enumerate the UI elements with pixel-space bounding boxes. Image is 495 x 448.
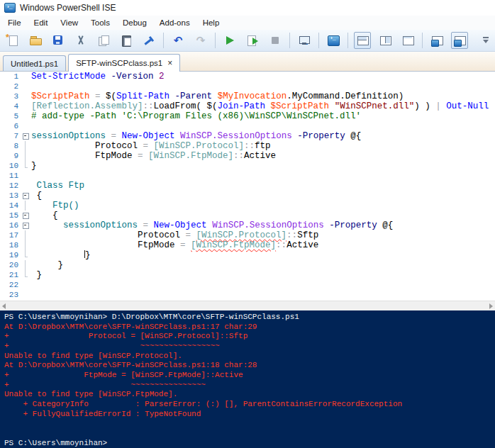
- line-number: 6: [0, 121, 21, 131]
- code-text: Class Ftp: [30, 181, 84, 191]
- new-script-icon: [6, 34, 19, 47]
- code-text: }: [30, 270, 42, 280]
- new-script-button[interactable]: [4, 32, 21, 49]
- code-text: [30, 280, 31, 290]
- fold-collapse-icon[interactable]: [21, 211, 30, 220]
- code-line-17: 17 Protocol = [WinSCP.Protocol]::Sftp: [0, 230, 495, 240]
- stop-operation-button: [267, 32, 284, 49]
- console-line-2: At D:\Dropbox\MTM\core\SFTP-winSCPclass.…: [4, 323, 495, 332]
- open-script-button[interactable]: [27, 32, 44, 49]
- code-line-23: 23: [0, 290, 495, 300]
- fold-gutter: [21, 72, 30, 82]
- code-text: Protocol = [WinSCP.Protocol]::ftp: [30, 141, 271, 151]
- line-number: 22: [0, 280, 21, 290]
- fold-gutter: [21, 91, 30, 101]
- console-pane[interactable]: PS C:\Users\mmoynihan> D:\Dropbox\MTM\co…: [0, 310, 495, 448]
- clear-console-pane-button[interactable]: [140, 32, 157, 49]
- line-number: 15: [0, 211, 21, 220]
- code-line-14: 14 Ftp(): [0, 201, 495, 211]
- cut-button[interactable]: [72, 32, 89, 49]
- line-number: 4: [0, 101, 21, 111]
- fold-gutter: [21, 161, 30, 171]
- fold-gutter: [21, 260, 30, 270]
- line-number: 7: [0, 131, 21, 141]
- menu-view[interactable]: View: [54, 17, 84, 28]
- menu-help[interactable]: Help: [196, 17, 226, 28]
- show-script-pane-maximized-icon: [401, 34, 414, 47]
- fold-gutter: [21, 230, 30, 240]
- scroll-left-arrow-icon[interactable]: [2, 303, 6, 309]
- menu-tools[interactable]: Tools: [84, 17, 116, 28]
- line-number: 9: [0, 151, 21, 161]
- tab-sftp-winscpclass-ps1[interactable]: SFTP-winSCPclass.ps1×: [68, 54, 180, 72]
- new-remote-powershell-tab-icon: [298, 34, 311, 47]
- close-tab-icon[interactable]: ×: [167, 60, 172, 67]
- fold-collapse-icon[interactable]: [21, 131, 30, 141]
- code-line-6: 6: [0, 121, 495, 131]
- code-text: Protocol = [WinSCP.Protocol]::Sftp: [30, 230, 318, 240]
- run-selection-button[interactable]: [244, 32, 261, 49]
- run-script-button[interactable]: [221, 32, 238, 49]
- new-powershell-tab-button[interactable]: [428, 32, 445, 49]
- undo-icon: ↶: [172, 34, 184, 47]
- fold-gutter: [21, 101, 30, 111]
- menu-edit[interactable]: Edit: [28, 17, 55, 28]
- code-text: Set-StrictMode -Version 2: [30, 72, 165, 82]
- line-number: 11: [0, 171, 21, 181]
- menu-file[interactable]: File: [1, 17, 28, 28]
- tab-label: Untitled1.ps1: [11, 60, 58, 68]
- code-text: $ScriptPath = $(Split-Path -Parent $MyIn…: [30, 91, 404, 101]
- show-script-pane-top-button[interactable]: [354, 32, 371, 49]
- line-number: 13: [0, 191, 21, 201]
- title-bar: Windows PowerShell ISE: [0, 0, 495, 16]
- code-line-4: 4[Reflection.Assembly]::LoadFrom( $(Join…: [0, 101, 495, 111]
- line-number: 23: [0, 290, 21, 300]
- fold-gutter: [21, 280, 30, 290]
- code-line-11: 11: [0, 171, 495, 181]
- tab-strip: Untitled1.ps1SFTP-winSCPclass.ps1×: [0, 52, 495, 72]
- code-text: }: [30, 250, 91, 260]
- fold-collapse-icon[interactable]: [21, 191, 30, 201]
- code-text: FtpMode = [WinSCP.FtpMode]::Active: [30, 151, 276, 161]
- console-line-9: Unable to find type [WinSCP.FtpMode].: [4, 390, 495, 400]
- redo-icon: ↷: [194, 34, 207, 47]
- console-line-14: PS C:\Users\mmoynihan>: [4, 439, 495, 448]
- fold-gutter: [21, 111, 30, 121]
- script-editor-pane[interactable]: 1Set-StrictMode -Version 223$ScriptPath …: [0, 72, 495, 301]
- code-line-21: 21 }: [0, 270, 495, 280]
- console-line-5: Unable to find type [WinSCP.Protocol].: [4, 352, 495, 362]
- scroll-right-arrow-icon[interactable]: [489, 303, 493, 309]
- code-line-22: 22: [0, 280, 495, 290]
- code-text: }: [30, 260, 63, 270]
- show-script-pane-top-icon: [356, 34, 369, 47]
- new-remote-powershell-tab-button[interactable]: [296, 32, 313, 49]
- menu-debug[interactable]: Debug: [116, 17, 153, 28]
- save-button[interactable]: [50, 32, 67, 49]
- code-text: {: [30, 211, 58, 220]
- fold-gutter: [21, 250, 30, 260]
- cut-icon: [74, 34, 87, 47]
- menu-addons[interactable]: Add-ons: [153, 17, 196, 28]
- new-powershell-tab-icon: [430, 34, 443, 47]
- line-number: 20: [0, 260, 21, 270]
- start-powershell-exe-button[interactable]: [325, 32, 342, 49]
- paste-button[interactable]: [118, 32, 135, 49]
- line-number: 16: [0, 220, 21, 230]
- show-script-pane-right-icon: [379, 34, 391, 47]
- code-line-15: 15 {: [0, 211, 495, 220]
- show-script-pane-button[interactable]: [451, 32, 468, 49]
- line-number: 14: [0, 201, 21, 211]
- undo-button[interactable]: ↶: [169, 32, 187, 49]
- console-line-1: PS C:\Users\mmoynihan> D:\Dropbox\MTM\co…: [4, 313, 495, 323]
- fold-collapse-icon[interactable]: [21, 220, 30, 230]
- copy-button[interactable]: [95, 32, 112, 49]
- code-line-13: 13 {: [0, 191, 495, 201]
- toolbar-overflow-icon[interactable]: [481, 33, 491, 47]
- console-line-7: + FtpMode = [WinSCP.FtpMode]::Active: [4, 371, 495, 381]
- show-script-pane-right-button[interactable]: [377, 32, 394, 49]
- show-script-pane-maximized-button[interactable]: [399, 32, 416, 49]
- editor-horizontal-scrollbar[interactable]: [0, 301, 495, 310]
- save-icon: [52, 34, 65, 47]
- fold-gutter: [21, 121, 30, 131]
- tab-untitled1-ps1[interactable]: Untitled1.ps1: [3, 55, 66, 71]
